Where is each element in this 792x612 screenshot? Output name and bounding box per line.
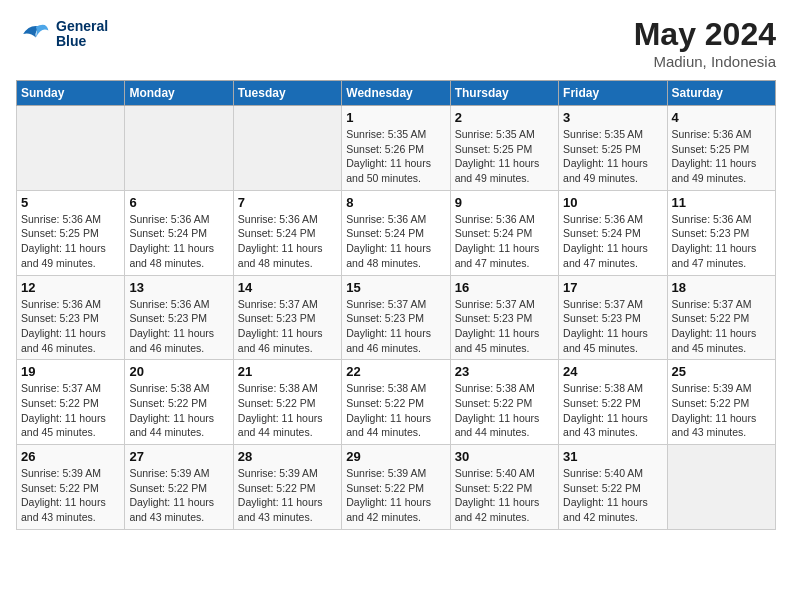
day-detail: Sunrise: 5:37 AM Sunset: 5:23 PM Dayligh… — [563, 297, 662, 356]
calendar-cell: 5Sunrise: 5:36 AM Sunset: 5:25 PM Daylig… — [17, 190, 125, 275]
calendar-cell: 23Sunrise: 5:38 AM Sunset: 5:22 PM Dayli… — [450, 360, 558, 445]
calendar-cell: 27Sunrise: 5:39 AM Sunset: 5:22 PM Dayli… — [125, 445, 233, 530]
calendar-cell: 29Sunrise: 5:39 AM Sunset: 5:22 PM Dayli… — [342, 445, 450, 530]
day-detail: Sunrise: 5:38 AM Sunset: 5:22 PM Dayligh… — [455, 381, 554, 440]
weekday-header: Tuesday — [233, 81, 341, 106]
calendar-cell: 16Sunrise: 5:37 AM Sunset: 5:23 PM Dayli… — [450, 275, 558, 360]
day-detail: Sunrise: 5:38 AM Sunset: 5:22 PM Dayligh… — [346, 381, 445, 440]
calendar-cell: 14Sunrise: 5:37 AM Sunset: 5:23 PM Dayli… — [233, 275, 341, 360]
day-number: 3 — [563, 110, 662, 125]
day-number: 14 — [238, 280, 337, 295]
calendar-cell — [233, 106, 341, 191]
calendar-cell: 12Sunrise: 5:36 AM Sunset: 5:23 PM Dayli… — [17, 275, 125, 360]
day-number: 12 — [21, 280, 120, 295]
calendar-cell: 10Sunrise: 5:36 AM Sunset: 5:24 PM Dayli… — [559, 190, 667, 275]
day-detail: Sunrise: 5:39 AM Sunset: 5:22 PM Dayligh… — [129, 466, 228, 525]
calendar-cell: 7Sunrise: 5:36 AM Sunset: 5:24 PM Daylig… — [233, 190, 341, 275]
day-detail: Sunrise: 5:40 AM Sunset: 5:22 PM Dayligh… — [455, 466, 554, 525]
calendar-week-row: 5Sunrise: 5:36 AM Sunset: 5:25 PM Daylig… — [17, 190, 776, 275]
calendar-cell: 21Sunrise: 5:38 AM Sunset: 5:22 PM Dayli… — [233, 360, 341, 445]
day-number: 23 — [455, 364, 554, 379]
weekday-header: Monday — [125, 81, 233, 106]
calendar-week-row: 12Sunrise: 5:36 AM Sunset: 5:23 PM Dayli… — [17, 275, 776, 360]
month-year: May 2024 — [634, 16, 776, 53]
day-detail: Sunrise: 5:36 AM Sunset: 5:23 PM Dayligh… — [21, 297, 120, 356]
day-detail: Sunrise: 5:36 AM Sunset: 5:24 PM Dayligh… — [238, 212, 337, 271]
day-number: 16 — [455, 280, 554, 295]
weekday-header: Sunday — [17, 81, 125, 106]
day-number: 20 — [129, 364, 228, 379]
calendar-cell — [125, 106, 233, 191]
day-detail: Sunrise: 5:37 AM Sunset: 5:23 PM Dayligh… — [346, 297, 445, 356]
day-detail: Sunrise: 5:36 AM Sunset: 5:24 PM Dayligh… — [563, 212, 662, 271]
calendar-cell: 2Sunrise: 5:35 AM Sunset: 5:25 PM Daylig… — [450, 106, 558, 191]
day-detail: Sunrise: 5:37 AM Sunset: 5:23 PM Dayligh… — [455, 297, 554, 356]
day-number: 24 — [563, 364, 662, 379]
day-detail: Sunrise: 5:36 AM Sunset: 5:24 PM Dayligh… — [129, 212, 228, 271]
day-number: 7 — [238, 195, 337, 210]
logo-icon — [16, 16, 52, 52]
weekday-header: Saturday — [667, 81, 775, 106]
day-number: 18 — [672, 280, 771, 295]
day-number: 25 — [672, 364, 771, 379]
day-number: 28 — [238, 449, 337, 464]
calendar-cell: 31Sunrise: 5:40 AM Sunset: 5:22 PM Dayli… — [559, 445, 667, 530]
calendar-cell: 30Sunrise: 5:40 AM Sunset: 5:22 PM Dayli… — [450, 445, 558, 530]
calendar-week-row: 26Sunrise: 5:39 AM Sunset: 5:22 PM Dayli… — [17, 445, 776, 530]
calendar-cell: 19Sunrise: 5:37 AM Sunset: 5:22 PM Dayli… — [17, 360, 125, 445]
calendar-cell: 20Sunrise: 5:38 AM Sunset: 5:22 PM Dayli… — [125, 360, 233, 445]
day-detail: Sunrise: 5:36 AM Sunset: 5:24 PM Dayligh… — [346, 212, 445, 271]
calendar-week-row: 19Sunrise: 5:37 AM Sunset: 5:22 PM Dayli… — [17, 360, 776, 445]
day-number: 2 — [455, 110, 554, 125]
location: Madiun, Indonesia — [634, 53, 776, 70]
title-block: May 2024 Madiun, Indonesia — [634, 16, 776, 70]
calendar-cell: 15Sunrise: 5:37 AM Sunset: 5:23 PM Dayli… — [342, 275, 450, 360]
day-number: 9 — [455, 195, 554, 210]
logo-line1: General — [56, 19, 108, 34]
day-detail: Sunrise: 5:38 AM Sunset: 5:22 PM Dayligh… — [129, 381, 228, 440]
day-detail: Sunrise: 5:39 AM Sunset: 5:22 PM Dayligh… — [346, 466, 445, 525]
calendar-cell: 1Sunrise: 5:35 AM Sunset: 5:26 PM Daylig… — [342, 106, 450, 191]
calendar-cell: 17Sunrise: 5:37 AM Sunset: 5:23 PM Dayli… — [559, 275, 667, 360]
calendar-cell: 18Sunrise: 5:37 AM Sunset: 5:22 PM Dayli… — [667, 275, 775, 360]
calendar-cell: 26Sunrise: 5:39 AM Sunset: 5:22 PM Dayli… — [17, 445, 125, 530]
calendar-cell: 28Sunrise: 5:39 AM Sunset: 5:22 PM Dayli… — [233, 445, 341, 530]
calendar-cell: 3Sunrise: 5:35 AM Sunset: 5:25 PM Daylig… — [559, 106, 667, 191]
day-number: 4 — [672, 110, 771, 125]
weekday-header: Friday — [559, 81, 667, 106]
day-detail: Sunrise: 5:37 AM Sunset: 5:23 PM Dayligh… — [238, 297, 337, 356]
weekday-header: Wednesday — [342, 81, 450, 106]
day-detail: Sunrise: 5:36 AM Sunset: 5:25 PM Dayligh… — [672, 127, 771, 186]
day-detail: Sunrise: 5:38 AM Sunset: 5:22 PM Dayligh… — [238, 381, 337, 440]
logo-line2: Blue — [56, 34, 108, 49]
day-number: 10 — [563, 195, 662, 210]
weekday-header: Thursday — [450, 81, 558, 106]
day-detail: Sunrise: 5:35 AM Sunset: 5:25 PM Dayligh… — [563, 127, 662, 186]
calendar-cell: 25Sunrise: 5:39 AM Sunset: 5:22 PM Dayli… — [667, 360, 775, 445]
calendar-cell: 11Sunrise: 5:36 AM Sunset: 5:23 PM Dayli… — [667, 190, 775, 275]
day-detail: Sunrise: 5:36 AM Sunset: 5:23 PM Dayligh… — [672, 212, 771, 271]
logo-text: General Blue — [56, 19, 108, 50]
day-number: 31 — [563, 449, 662, 464]
day-detail: Sunrise: 5:39 AM Sunset: 5:22 PM Dayligh… — [21, 466, 120, 525]
day-number: 19 — [21, 364, 120, 379]
calendar-cell: 9Sunrise: 5:36 AM Sunset: 5:24 PM Daylig… — [450, 190, 558, 275]
day-detail: Sunrise: 5:36 AM Sunset: 5:25 PM Dayligh… — [21, 212, 120, 271]
day-number: 6 — [129, 195, 228, 210]
day-detail: Sunrise: 5:37 AM Sunset: 5:22 PM Dayligh… — [21, 381, 120, 440]
calendar-cell: 6Sunrise: 5:36 AM Sunset: 5:24 PM Daylig… — [125, 190, 233, 275]
calendar-cell: 22Sunrise: 5:38 AM Sunset: 5:22 PM Dayli… — [342, 360, 450, 445]
calendar-week-row: 1Sunrise: 5:35 AM Sunset: 5:26 PM Daylig… — [17, 106, 776, 191]
calendar-cell — [667, 445, 775, 530]
page-header: General Blue May 2024 Madiun, Indonesia — [16, 16, 776, 70]
calendar-table: SundayMondayTuesdayWednesdayThursdayFrid… — [16, 80, 776, 530]
calendar-cell: 4Sunrise: 5:36 AM Sunset: 5:25 PM Daylig… — [667, 106, 775, 191]
day-number: 30 — [455, 449, 554, 464]
day-number: 15 — [346, 280, 445, 295]
calendar-cell: 24Sunrise: 5:38 AM Sunset: 5:22 PM Dayli… — [559, 360, 667, 445]
day-detail: Sunrise: 5:38 AM Sunset: 5:22 PM Dayligh… — [563, 381, 662, 440]
day-number: 8 — [346, 195, 445, 210]
calendar-cell: 8Sunrise: 5:36 AM Sunset: 5:24 PM Daylig… — [342, 190, 450, 275]
day-detail: Sunrise: 5:39 AM Sunset: 5:22 PM Dayligh… — [238, 466, 337, 525]
day-number: 1 — [346, 110, 445, 125]
